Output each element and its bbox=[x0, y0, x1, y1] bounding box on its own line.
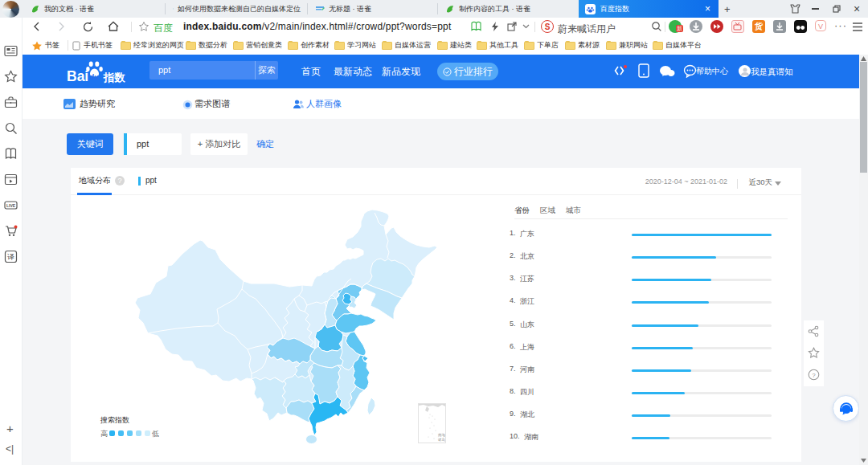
svg-text:诸岛: 诸岛 bbox=[437, 438, 445, 442]
svg-text:南海: 南海 bbox=[438, 433, 445, 437]
svg-text:译: 译 bbox=[7, 253, 14, 261]
svg-text:LIVE: LIVE bbox=[6, 203, 16, 208]
svg-text:?: ? bbox=[812, 372, 816, 379]
